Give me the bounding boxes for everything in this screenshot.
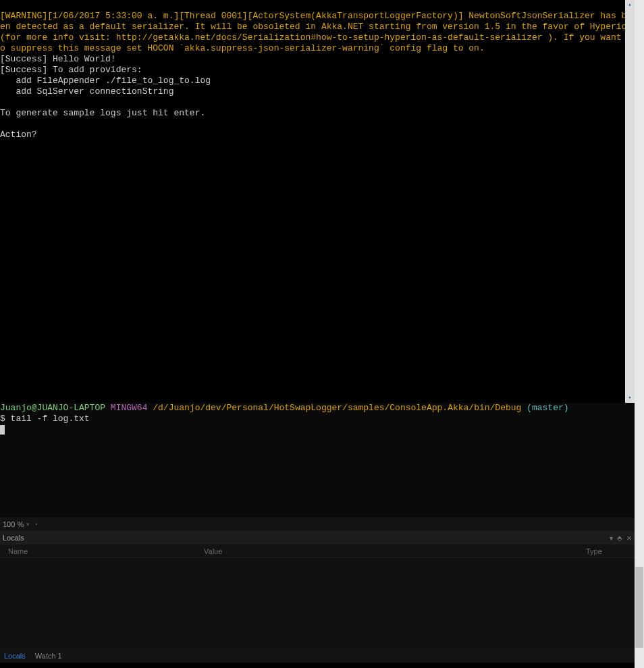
page-scrollbar[interactable] (635, 0, 644, 668)
pin-icon[interactable]: ⬘ (617, 534, 622, 542)
zoom-level[interactable]: 100 % (3, 520, 24, 528)
bash-branch: (master) (521, 403, 568, 413)
console-line: add SqlServer connectionString (0, 86, 173, 96)
locals-column-headers: Name Value Type (0, 545, 635, 558)
console-line: To generate sample logs just hit enter. (0, 108, 205, 118)
column-header-type[interactable]: Type (586, 547, 626, 555)
scroll-up-icon[interactable]: ▴ (625, 0, 635, 9)
close-icon[interactable]: ✕ (626, 534, 632, 542)
bottom-tab-strip: Locals Watch 1 (0, 649, 635, 663)
page-scrollbar-thumb[interactable] (635, 567, 643, 648)
bash-mingw: MINGW64 (105, 403, 147, 413)
scroll-down-icon[interactable]: ▾ (625, 393, 635, 403)
bash-user-host: Juanjo@JUANJO-LAPTOP (0, 403, 105, 413)
column-header-name[interactable]: Name (8, 547, 204, 555)
tab-locals[interactable]: Locals (4, 652, 26, 660)
zoom-dropdown-icon[interactable]: ▾ (26, 521, 30, 528)
console-line: Action? (0, 130, 37, 140)
locals-panel-header: Locals ▾ ⬘ ✕ (0, 531, 635, 545)
column-header-value[interactable]: Value (204, 547, 586, 555)
console-line: [Success] To add providers: (0, 65, 142, 75)
bash-terminal-pane[interactable]: Juanjo@JUANJO-LAPTOP MINGW64 /d/Juanjo/d… (0, 403, 635, 518)
window-position-icon[interactable]: ▾ (610, 534, 613, 542)
tab-watch-1[interactable]: Watch 1 (35, 652, 62, 660)
divider: • (35, 521, 37, 528)
console-warning-line: [WARNING][1/06/2017 5:33:00 a. m.][Threa… (0, 11, 637, 53)
locals-panel: Locals ▾ ⬘ ✕ Name Value Type (0, 531, 635, 649)
console-line: [Success] Hello World! (0, 54, 116, 64)
console-scrollbar[interactable]: ▴ ▾ (625, 0, 635, 403)
locals-body (0, 558, 635, 649)
bash-command: tail -f log.txt (11, 414, 90, 424)
console-output-pane: [WARNING][1/06/2017 5:33:00 a. m.][Threa… (0, 0, 635, 403)
zoom-status-bar: 100 % ▾ • (0, 518, 635, 531)
bash-prompt-symbol: $ (0, 414, 11, 424)
locals-panel-title: Locals (3, 534, 24, 542)
console-line: add FileAppender ./file_to_log_to.log (0, 76, 211, 86)
bash-path: /d/Juanjo/dev/Personal/HotSwapLogger/sam… (147, 403, 521, 413)
terminal-cursor (0, 425, 5, 435)
